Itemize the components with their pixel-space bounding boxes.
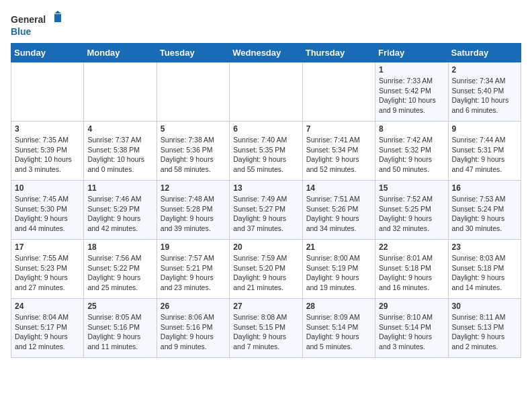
calendar-cell: 27 Sunrise: 8:08 AM Sunset: 5:15 PM Dayl… — [230, 299, 302, 358]
calendar-cell — [157, 62, 229, 122]
day-info: Sunrise: 7:38 AM Sunset: 5:36 PM Dayligh… — [161, 135, 226, 175]
sunset-text: Sunset: 5:14 PM — [379, 323, 431, 331]
calendar-cell — [11, 62, 84, 122]
calendar-cell: 9 Sunrise: 7:44 AM Sunset: 5:31 PM Dayli… — [448, 122, 521, 181]
daylight-text: Daylight: 9 hours and 37 minutes. — [233, 214, 286, 232]
day-number: 26 — [161, 302, 226, 311]
day-number: 27 — [233, 302, 298, 311]
sunrise-text: Sunrise: 7:46 AM — [87, 195, 141, 203]
sunset-text: Sunset: 5:35 PM — [233, 146, 285, 154]
daylight-text: Daylight: 9 hours and 58 minutes. — [161, 155, 214, 173]
daylight-text: Daylight: 9 hours and 34 minutes. — [306, 214, 359, 232]
daylight-text: Daylight: 9 hours and 14 minutes. — [452, 273, 505, 291]
day-info: Sunrise: 7:35 AM Sunset: 5:39 PM Dayligh… — [15, 135, 80, 175]
sunrise-text: Sunrise: 7:51 AM — [306, 195, 360, 203]
day-number: 15 — [379, 183, 444, 193]
calendar-cell: 7 Sunrise: 7:41 AM Sunset: 5:34 PM Dayli… — [302, 122, 375, 181]
calendar-cell: 11 Sunrise: 7:46 AM Sunset: 5:29 PM Dayl… — [84, 181, 157, 240]
sunset-text: Sunset: 5:22 PM — [87, 264, 140, 272]
sunrise-text: Sunrise: 8:03 AM — [452, 254, 506, 262]
day-info: Sunrise: 8:03 AM Sunset: 5:18 PM Dayligh… — [452, 253, 517, 293]
calendar-cell: 13 Sunrise: 7:49 AM Sunset: 5:27 PM Dayl… — [230, 181, 302, 240]
header-row: SundayMondayTuesdayWednesdayThursdayFrid… — [11, 44, 521, 62]
calendar-cell: 8 Sunrise: 7:42 AM Sunset: 5:32 PM Dayli… — [375, 122, 448, 181]
calendar-cell: 4 Sunrise: 7:37 AM Sunset: 5:38 PM Dayli… — [84, 122, 157, 181]
sunrise-text: Sunrise: 8:04 AM — [15, 313, 69, 321]
day-number: 13 — [233, 183, 298, 193]
day-number: 8 — [379, 124, 444, 134]
calendar-cell — [230, 62, 302, 122]
day-info: Sunrise: 8:01 AM Sunset: 5:18 PM Dayligh… — [379, 253, 444, 293]
week-row-1: 1 Sunrise: 7:33 AM Sunset: 5:42 PM Dayli… — [11, 62, 521, 122]
sunrise-text: Sunrise: 7:33 AM — [379, 77, 433, 85]
day-info: Sunrise: 8:04 AM Sunset: 5:17 PM Dayligh… — [15, 312, 80, 352]
logo: General Blue — [11, 11, 64, 38]
day-info: Sunrise: 7:33 AM Sunset: 5:42 PM Dayligh… — [379, 76, 444, 116]
calendar-table: SundayMondayTuesdayWednesdayThursdayFrid… — [11, 43, 521, 358]
day-number: 19 — [161, 242, 226, 252]
sunrise-text: Sunrise: 7:53 AM — [452, 195, 506, 203]
daylight-text: Daylight: 9 hours and 47 minutes. — [452, 155, 505, 173]
daylight-text: Daylight: 9 hours and 39 minutes. — [161, 214, 214, 232]
day-info: Sunrise: 8:08 AM Sunset: 5:15 PM Dayligh… — [233, 312, 298, 352]
day-header-sunday: Sunday — [11, 44, 84, 62]
calendar-cell — [84, 62, 157, 122]
day-number: 1 — [379, 65, 444, 75]
calendar-cell: 17 Sunrise: 7:55 AM Sunset: 5:23 PM Dayl… — [11, 240, 84, 299]
day-info: Sunrise: 7:37 AM Sunset: 5:38 PM Dayligh… — [87, 135, 152, 175]
sunrise-text: Sunrise: 8:08 AM — [233, 313, 287, 321]
day-number: 16 — [452, 183, 517, 193]
calendar-cell: 29 Sunrise: 8:10 AM Sunset: 5:14 PM Dayl… — [375, 299, 448, 358]
sunrise-text: Sunrise: 7:41 AM — [306, 136, 360, 144]
svg-text:General: General — [11, 14, 46, 25]
calendar-cell: 21 Sunrise: 8:00 AM Sunset: 5:19 PM Dayl… — [302, 240, 375, 299]
daylight-text: Daylight: 9 hours and 42 minutes. — [87, 214, 140, 232]
sunrise-text: Sunrise: 7:37 AM — [87, 136, 141, 144]
sunrise-text: Sunrise: 7:55 AM — [15, 254, 69, 262]
day-info: Sunrise: 7:40 AM Sunset: 5:35 PM Dayligh… — [233, 135, 298, 175]
day-info: Sunrise: 7:51 AM Sunset: 5:26 PM Dayligh… — [306, 194, 371, 234]
sunrise-text: Sunrise: 7:34 AM — [452, 77, 506, 85]
day-info: Sunrise: 7:52 AM Sunset: 5:25 PM Dayligh… — [379, 194, 444, 234]
day-info: Sunrise: 8:09 AM Sunset: 5:14 PM Dayligh… — [306, 312, 371, 352]
daylight-text: Daylight: 9 hours and 19 minutes. — [306, 273, 359, 291]
sunrise-text: Sunrise: 8:11 AM — [452, 313, 506, 321]
week-row-5: 24 Sunrise: 8:04 AM Sunset: 5:17 PM Dayl… — [11, 299, 521, 358]
sunset-text: Sunset: 5:16 PM — [87, 323, 140, 331]
sunset-text: Sunset: 5:23 PM — [15, 264, 67, 272]
daylight-text: Daylight: 9 hours and 9 minutes. — [161, 332, 214, 351]
sunset-text: Sunset: 5:15 PM — [233, 323, 285, 331]
sunset-text: Sunset: 5:42 PM — [379, 87, 431, 95]
day-number: 30 — [452, 302, 517, 311]
day-info: Sunrise: 7:59 AM Sunset: 5:20 PM Dayligh… — [233, 253, 298, 293]
day-info: Sunrise: 7:44 AM Sunset: 5:31 PM Dayligh… — [452, 135, 517, 175]
sunrise-text: Sunrise: 8:05 AM — [87, 313, 141, 321]
day-number: 10 — [15, 183, 80, 193]
calendar-cell: 25 Sunrise: 8:05 AM Sunset: 5:16 PM Dayl… — [84, 299, 157, 358]
day-info: Sunrise: 7:34 AM Sunset: 5:40 PM Dayligh… — [452, 76, 517, 116]
calendar-cell: 18 Sunrise: 7:56 AM Sunset: 5:22 PM Dayl… — [84, 240, 157, 299]
calendar-cell: 10 Sunrise: 7:45 AM Sunset: 5:30 PM Dayl… — [11, 181, 84, 240]
calendar-cell: 22 Sunrise: 8:01 AM Sunset: 5:18 PM Dayl… — [375, 240, 448, 299]
sunrise-text: Sunrise: 7:56 AM — [87, 254, 141, 262]
sunrise-text: Sunrise: 8:09 AM — [306, 313, 360, 321]
day-info: Sunrise: 7:56 AM Sunset: 5:22 PM Dayligh… — [87, 253, 152, 293]
calendar-cell: 19 Sunrise: 7:57 AM Sunset: 5:21 PM Dayl… — [157, 240, 229, 299]
calendar-cell: 3 Sunrise: 7:35 AM Sunset: 5:39 PM Dayli… — [11, 122, 84, 181]
sunset-text: Sunset: 5:25 PM — [379, 205, 431, 213]
sunset-text: Sunset: 5:17 PM — [15, 323, 67, 331]
calendar-cell: 28 Sunrise: 8:09 AM Sunset: 5:14 PM Dayl… — [302, 299, 375, 358]
day-info: Sunrise: 8:11 AM Sunset: 5:13 PM Dayligh… — [452, 312, 517, 352]
sunset-text: Sunset: 5:13 PM — [452, 323, 504, 331]
calendar-cell: 12 Sunrise: 7:48 AM Sunset: 5:28 PM Dayl… — [157, 181, 229, 240]
day-number: 6 — [233, 124, 298, 134]
sunset-text: Sunset: 5:38 PM — [87, 146, 140, 154]
sunset-text: Sunset: 5:39 PM — [15, 146, 67, 154]
daylight-text: Daylight: 10 hours and 9 minutes. — [379, 96, 436, 114]
calendar-cell: 26 Sunrise: 8:06 AM Sunset: 5:16 PM Dayl… — [157, 299, 229, 358]
day-info: Sunrise: 7:48 AM Sunset: 5:28 PM Dayligh… — [161, 194, 226, 234]
day-number: 29 — [379, 302, 444, 311]
calendar-cell: 20 Sunrise: 7:59 AM Sunset: 5:20 PM Dayl… — [230, 240, 302, 299]
sunset-text: Sunset: 5:40 PM — [452, 87, 504, 95]
sunset-text: Sunset: 5:34 PM — [306, 146, 359, 154]
